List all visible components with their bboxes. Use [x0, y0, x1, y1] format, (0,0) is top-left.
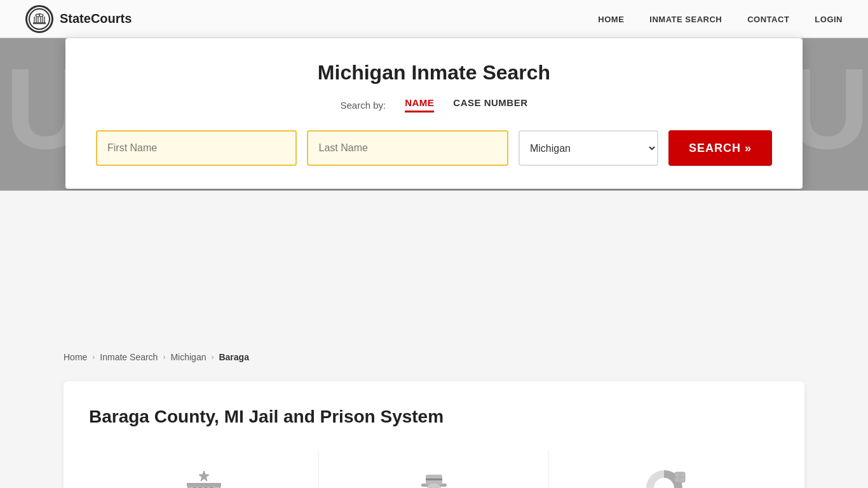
rate-icon	[639, 463, 689, 488]
svg-rect-16	[187, 483, 221, 487]
svg-marker-17	[199, 471, 209, 481]
stats-grid: 0 Jails	[89, 450, 779, 488]
breadcrumb-michigan[interactable]: Michigan	[170, 352, 206, 362]
svg-rect-1	[33, 22, 46, 24]
state-select[interactable]: Michigan	[519, 130, 658, 166]
info-card: Baraga County, MI Jail and Prison System	[64, 381, 804, 488]
svg-rect-20	[426, 478, 442, 480]
stat-jail-rate: 0% Jail Rate	[549, 450, 779, 488]
tab-name[interactable]: NAME	[405, 97, 434, 112]
navigation-bar: StateCourts HOME INMATE SEARCH CONTACT L…	[0, 0, 868, 38]
last-name-input[interactable]	[307, 130, 508, 166]
search-fields: Michigan SEARCH »	[96, 130, 772, 166]
breadcrumb-sep-1: ›	[92, 353, 95, 362]
logo-text: StateCourts	[60, 11, 132, 26]
first-name-input[interactable]	[96, 130, 297, 166]
nav-home[interactable]: HOME	[598, 15, 624, 24]
info-card-title: Baraga County, MI Jail and Prison System	[89, 407, 779, 427]
nav-inmate-search[interactable]: INMATE SEARCH	[649, 15, 722, 24]
search-by-label: Search by:	[340, 100, 386, 111]
nav-links: HOME INMATE SEARCH CONTACT LOGIN	[598, 13, 843, 25]
stat-prisoners: 0 Prisoners	[319, 450, 549, 488]
search-card: Michigan Inmate Search Search by: NAME C…	[65, 38, 803, 189]
tab-case-number[interactable]: CASE NUMBER	[453, 97, 527, 112]
breadcrumb: Home › Inmate Search › Michigan › Baraga	[64, 343, 804, 371]
nav-login[interactable]: LOGIN	[815, 15, 843, 24]
search-tabs: Search by: NAME CASE NUMBER	[96, 97, 772, 112]
svg-point-0	[29, 9, 50, 29]
breadcrumb-home[interactable]: Home	[64, 352, 87, 362]
stat-jails: 0 Jails	[89, 450, 319, 488]
logo-link[interactable]: StateCourts	[25, 5, 132, 33]
logo-icon	[25, 5, 53, 33]
prisoner-icon	[409, 463, 459, 488]
breadcrumb-sep-2: ›	[163, 353, 165, 362]
breadcrumb-inmate-search[interactable]: Inmate Search	[100, 352, 158, 362]
main-content: Home › Inmate Search › Michigan › Baraga…	[0, 343, 868, 488]
search-card-title: Michigan Inmate Search	[96, 61, 772, 85]
search-card-wrapper: Michigan Inmate Search Search by: NAME C…	[65, 38, 803, 189]
search-button[interactable]: SEARCH »	[668, 130, 772, 166]
nav-contact[interactable]: CONTACT	[747, 15, 789, 24]
breadcrumb-current: Baraga	[219, 352, 248, 362]
jail-icon	[179, 463, 229, 488]
breadcrumb-sep-3: ›	[211, 353, 214, 362]
